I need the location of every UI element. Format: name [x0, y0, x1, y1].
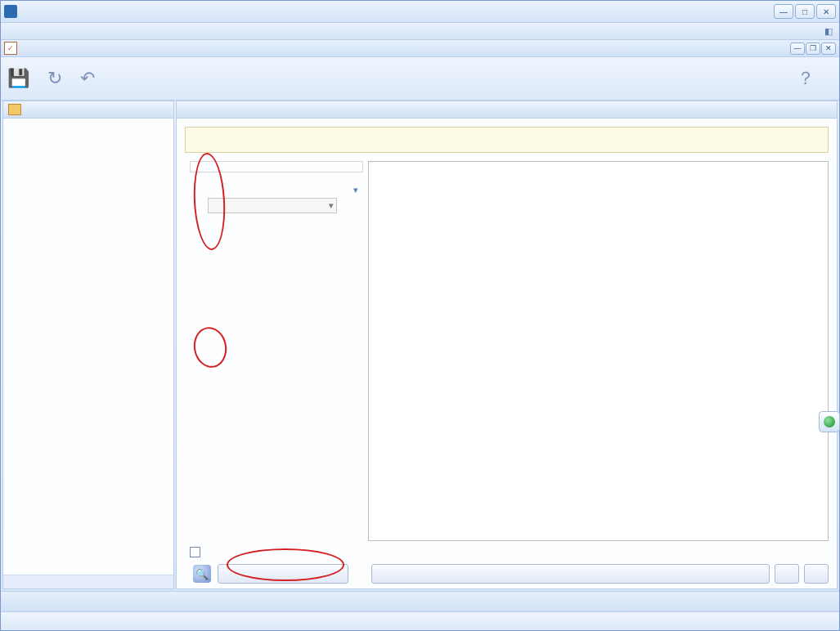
kopplingar-column: ▾ ▾ [178, 158, 368, 544]
atgarda-problem-button[interactable] [371, 564, 770, 584]
markera-allt-button[interactable] [775, 564, 799, 584]
visa-poster-checkbox[interactable] [190, 547, 200, 557]
close-button[interactable]: ✕ [816, 4, 836, 19]
title-bar: — □ ✕ [1, 1, 839, 23]
save-icon: 💾 [7, 69, 29, 87]
spara-button[interactable] [804, 564, 829, 584]
save-settings-button[interactable]: 💾 [7, 69, 29, 87]
help-icon: ？ [797, 69, 815, 87]
standard-settings-button[interactable]: ↻ [47, 69, 62, 87]
menu-extra-icon[interactable]: ◧ [821, 26, 836, 37]
settings-tree[interactable] [3, 119, 173, 575]
sub-close-button[interactable]: ✕ [821, 43, 836, 55]
maximize-button[interactable]: □ [795, 4, 815, 19]
globe-icon [824, 416, 835, 427]
undo-icon: ↶ [80, 69, 95, 87]
analys-result-box[interactable] [368, 161, 829, 541]
minimize-button[interactable]: — [774, 4, 793, 19]
sub-window-titlebar: ✓ — ❐ ✕ [1, 40, 839, 57]
info-box [185, 127, 829, 153]
toolbar: 💾 ↻ ↶ ？ [1, 57, 839, 101]
dropdown-arrow-icon: ▾ [329, 200, 334, 211]
section-title [177, 119, 837, 125]
breadcrumb [177, 101, 837, 119]
tree-header [3, 101, 173, 119]
sub-restore-button[interactable]: ❐ [806, 43, 820, 55]
status-bar [1, 611, 839, 630]
menu-bar: ◧ [1, 23, 839, 40]
floating-badge[interactable] [819, 411, 840, 432]
sub-window-icon: ✓ [4, 42, 17, 55]
sub-minimize-button[interactable]: — [790, 43, 805, 55]
chevron-down-icon[interactable]: ▾ [353, 185, 358, 195]
magnifier-icon: 🔍 [193, 565, 211, 583]
tree-panel [2, 101, 174, 589]
content-panel: ▾ ▾ [176, 101, 838, 589]
owner-select[interactable]: ▾ [208, 198, 337, 213]
undo-changes-button[interactable]: ↶ [80, 69, 95, 87]
annotation-circle-2 [191, 324, 230, 370]
app-icon [4, 5, 17, 18]
start-analys-button[interactable] [218, 564, 348, 584]
refresh-icon: ↻ [47, 69, 62, 87]
taskbar [1, 591, 839, 611]
folder-icon [8, 104, 21, 115]
help-button[interactable]: ？ [797, 69, 815, 87]
analys-column [368, 158, 829, 544]
tree-scrollbar[interactable] [3, 575, 173, 588]
